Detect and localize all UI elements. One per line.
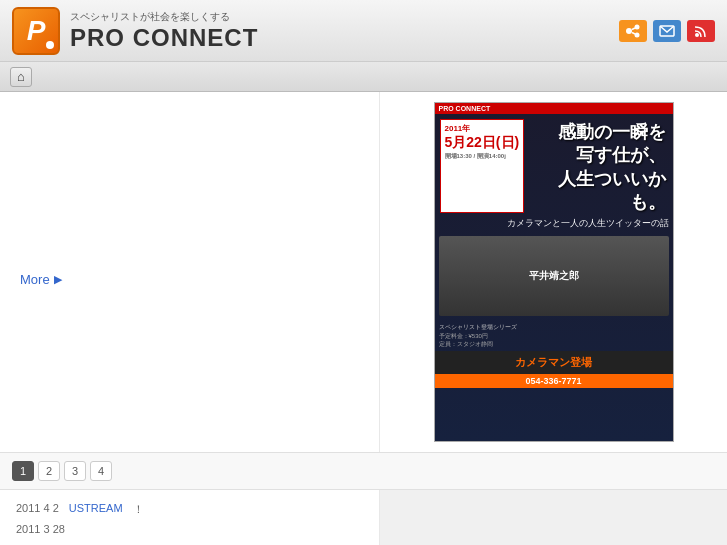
poster-date-label: 2011年 [445,123,520,134]
page-button-4[interactable]: 4 [90,461,112,481]
poster-date-sub: 開場13:30 / 開演14:00j [445,152,520,161]
more-arrow-icon: ▶ [54,273,62,286]
main-content: More ▶ PRO CONNECT 2011年 5月22日(日) 開場13:3… [0,92,727,452]
header: P スペシャリストが社会を楽しくする PRO CONNECT [0,0,727,62]
poster-text-line2: 写す仕が、 [534,144,665,167]
poster-phone-label: 054-336-7771 [525,376,581,386]
header-icons [619,20,715,42]
svg-point-1 [635,24,640,29]
page-button-1[interactable]: 1 [12,461,34,481]
news-date-1: 2011 3 28 [16,523,65,535]
poster-date-big: 5月22日(日) [445,134,520,152]
right-panel: PRO CONNECT 2011年 5月22日(日) 開場13:30 / 開演1… [380,92,727,452]
logo-registered-dot [46,41,54,49]
poster-photo-area: 平井靖之郎 [439,236,669,316]
logo-letter: P [27,15,46,47]
poster-text-line3: 人生ついいかも。 [534,168,665,215]
social-icon-orange[interactable] [619,20,647,42]
news-item-0: 2011 4 2 USTREAM ！ [16,502,363,517]
site-title: PRO CONNECT [70,24,258,52]
more-link[interactable]: More ▶ [20,272,62,287]
news-link-0[interactable]: USTREAM [69,502,123,517]
logo-text-area: スペシャリストが社会を楽しくする PRO CONNECT [70,10,258,52]
svg-point-2 [635,32,640,37]
poster-info-area: スペシャリスト登場シリーズ 予定料金：¥530円 定員：スタジオ静岡 [435,320,673,352]
news-sep-0: ！ [133,502,144,517]
bottom-section: 2011 4 2 USTREAM ！ 2011 3 28 [0,490,727,545]
poster-photo-label: 平井靖之郎 [529,269,579,283]
more-label: More [20,272,50,287]
pagination: 1234 [0,453,727,490]
poster-image[interactable]: PRO CONNECT 2011年 5月22日(日) 開場13:30 / 開演1… [434,102,674,442]
bottom-right-panel [380,490,727,545]
news-item-1: 2011 3 28 [16,523,363,535]
poster-date-box: 2011年 5月22日(日) 開場13:30 / 開演14:00j [440,119,525,213]
page-button-2[interactable]: 2 [38,461,60,481]
left-panel: More ▶ [0,92,380,452]
tagline: スペシャリストが社会を楽しくする [70,10,258,24]
home-button[interactable]: ⌂ [10,67,32,87]
poster-phone: 054-336-7771 [435,374,673,388]
page-button-3[interactable]: 3 [64,461,86,481]
poster-sub-text: カメラマンと一人の人生ツイッターの話 [435,215,673,232]
logo-area: P スペシャリストが社会を楽しくする PRO CONNECT [12,7,258,55]
nav-bar: ⌂ [0,62,727,92]
logo-icon: P [12,7,60,55]
poster-text-line1: 感動の一瞬を [534,121,665,144]
svg-line-4 [632,32,635,34]
poster-top-bar: PRO CONNECT [435,103,673,114]
poster-bottom-label: カメラマン登場 [435,351,673,374]
rss-icon-btn[interactable] [687,20,715,42]
svg-line-3 [632,28,635,30]
poster-main-text: 感動の一瞬を 写す仕が、 人生ついいかも。 [530,117,669,215]
svg-point-0 [626,28,632,34]
svg-point-6 [695,33,699,37]
home-icon: ⌂ [17,69,25,84]
email-icon-btn[interactable] [653,20,681,42]
bottom-left-panel: 2011 4 2 USTREAM ！ 2011 3 28 [0,490,380,545]
news-date-0: 2011 4 2 [16,502,59,517]
